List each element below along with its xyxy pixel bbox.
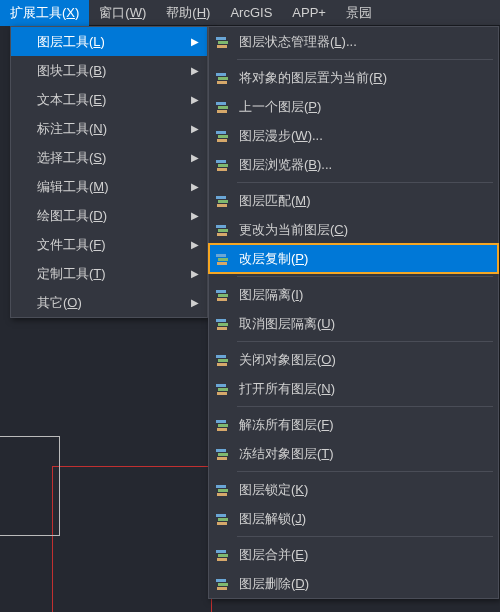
submenu-arrow-icon: ▶ [191,152,199,163]
layer-menu-item-label: 将对象的图层置为当前(R) [239,69,387,87]
svg-rect-17 [217,204,227,207]
ext-menu-item-9[interactable]: 其它(O)▶ [11,288,207,317]
layer-copy-icon [213,250,231,268]
canvas-red-rect [52,466,212,612]
submenu-arrow-icon: ▶ [191,210,199,221]
layer-menu-item-7-1[interactable]: 图层删除(D) [209,569,498,598]
svg-rect-45 [216,514,226,517]
menubar-item-2[interactable]: 帮助(H) [156,0,220,26]
svg-rect-14 [217,168,227,171]
layer-menu-item-label: 图层浏览器(B)... [239,156,332,174]
svg-rect-9 [216,131,226,134]
svg-rect-26 [217,298,227,301]
svg-rect-15 [216,196,226,199]
layer-off-icon [213,351,231,369]
ext-menu-item-2[interactable]: 文本工具(E)▶ [11,85,207,114]
svg-rect-3 [216,73,226,76]
svg-rect-4 [218,77,228,80]
menu-separator [237,471,493,472]
layer-delete-icon [213,575,231,593]
svg-rect-6 [216,102,226,105]
svg-rect-52 [218,583,228,586]
ext-menu-item-label: 文本工具(E) [37,91,106,109]
svg-rect-39 [216,449,226,452]
menu-separator [237,341,493,342]
layer-menu-item-3-0[interactable]: 图层隔离(I) [209,280,498,309]
layer-menu-item-label: 打开所有图层(N) [239,380,335,398]
svg-rect-48 [216,550,226,553]
menubar-item-3[interactable]: ArcGIS [220,1,282,24]
submenu-arrow-icon: ▶ [191,123,199,134]
ext-menu-item-7[interactable]: 文件工具(F)▶ [11,230,207,259]
layer-menu-item-label: 图层匹配(M) [239,192,311,210]
layer-menu-item-label: 更改为当前图层(C) [239,221,348,239]
svg-rect-51 [216,579,226,582]
svg-rect-27 [216,319,226,322]
layer-menu-item-1-2[interactable]: 图层漫步(W)... [209,121,498,150]
layer-menu-item-2-1[interactable]: 更改为当前图层(C) [209,215,498,244]
ext-menu-item-0[interactable]: 图层工具(L)▶ [11,27,207,56]
menubar-item-1[interactable]: 窗口(W) [89,0,156,26]
layer-menu-item-label: 关闭对象图层(O) [239,351,336,369]
ext-menu-item-3[interactable]: 标注工具(N)▶ [11,114,207,143]
ext-menu-item-4[interactable]: 选择工具(S)▶ [11,143,207,172]
ext-menu-item-label: 其它(O) [37,294,82,312]
svg-rect-53 [217,587,227,590]
menubar-item-4[interactable]: APP+ [282,1,336,24]
svg-rect-20 [217,233,227,236]
layer-menu-item-0-0[interactable]: 图层状态管理器(L)... [209,27,498,56]
layer-freeze-icon [213,445,231,463]
layer-menu-item-7-0[interactable]: 图层合并(E) [209,540,498,569]
submenu-arrow-icon: ▶ [191,65,199,76]
menu-separator [237,182,493,183]
layer-menu-item-2-2[interactable]: 改层复制(P) [209,244,498,273]
svg-rect-35 [217,392,227,395]
menubar-item-0[interactable]: 扩展工具(X) [0,0,89,26]
layer-menu-item-4-0[interactable]: 关闭对象图层(O) [209,345,498,374]
ext-menu-item-label: 绘图工具(D) [37,207,107,225]
layer-menu-item-label: 解冻所有图层(F) [239,416,334,434]
menubar-item-5[interactable]: 景园 [336,0,382,26]
ext-menu-item-label: 图块工具(B) [37,62,106,80]
ext-menu-item-label: 定制工具(T) [37,265,106,283]
ext-menu-item-label: 标注工具(N) [37,120,107,138]
svg-rect-18 [216,225,226,228]
svg-rect-42 [216,485,226,488]
layer-prev-icon [213,98,231,116]
ext-menu-item-label: 图层工具(L) [37,33,105,51]
layer-menu-item-5-1[interactable]: 冻结对象图层(T) [209,439,498,468]
layer-lock-icon [213,481,231,499]
svg-rect-46 [218,518,228,521]
ext-menu-item-label: 文件工具(F) [37,236,106,254]
ext-menu-item-1[interactable]: 图块工具(B)▶ [11,56,207,85]
layer-menu-item-1-3[interactable]: 图层浏览器(B)... [209,150,498,179]
layer-menu-item-1-0[interactable]: 将对象的图层置为当前(R) [209,63,498,92]
ext-menu-item-label: 选择工具(S) [37,149,106,167]
layer-menu-item-6-1[interactable]: 图层解锁(J) [209,504,498,533]
svg-rect-22 [218,258,228,261]
layer-manager-icon [213,33,231,51]
layer-menu-item-6-0[interactable]: 图层锁定(K) [209,475,498,504]
submenu-arrow-icon: ▶ [191,181,199,192]
layer-menu-item-3-1[interactable]: 取消图层隔离(U) [209,309,498,338]
layer-on-icon [213,380,231,398]
svg-rect-36 [216,420,226,423]
svg-rect-41 [217,457,227,460]
layer-menu-item-label: 图层解锁(J) [239,510,306,528]
layer-menu-item-5-0[interactable]: 解冻所有图层(F) [209,410,498,439]
ext-menu-item-6[interactable]: 绘图工具(D)▶ [11,201,207,230]
submenu-arrow-icon: ▶ [191,36,199,47]
ext-menu-item-8[interactable]: 定制工具(T)▶ [11,259,207,288]
svg-rect-12 [216,160,226,163]
layer-menu-item-label: 图层删除(D) [239,575,309,593]
svg-rect-30 [216,355,226,358]
svg-rect-40 [218,453,228,456]
layer-menu-item-1-1[interactable]: 上一个图层(P) [209,92,498,121]
ext-menu-item-5[interactable]: 编辑工具(M)▶ [11,172,207,201]
svg-rect-38 [217,428,227,431]
layer-menu-item-label: 上一个图层(P) [239,98,321,116]
svg-rect-0 [216,37,226,40]
svg-rect-31 [218,359,228,362]
layer-menu-item-2-0[interactable]: 图层匹配(M) [209,186,498,215]
layer-menu-item-4-1[interactable]: 打开所有图层(N) [209,374,498,403]
